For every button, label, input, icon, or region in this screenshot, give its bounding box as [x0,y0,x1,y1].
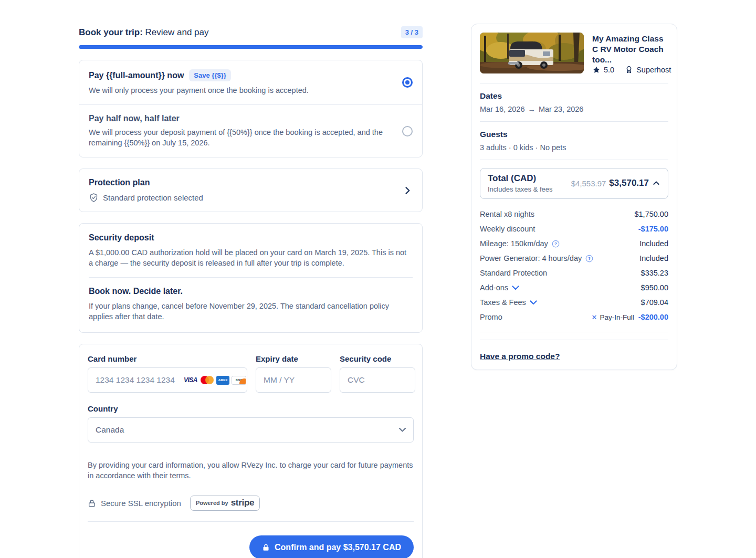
listing-row: My Amazing Class C RV Motor Coach too...… [480,33,668,75]
pay-half-radio[interactable] [402,126,413,136]
pay-full-description: We will only process your payment once t… [89,85,395,96]
pay-full-option[interactable]: Pay {{full-amount}} now Save {{$}} We wi… [79,60,422,104]
total-toggle[interactable]: Total (CAD) Includes taxes & fees $4,553… [480,168,668,199]
divider [480,332,668,332]
dates-section: Dates Mar 16, 2026→Mar 23, 2026 [480,91,668,113]
security-deposit-description: A $1,000.00 CAD authorization hold will … [89,247,413,268]
total-original-price: $4,553.97 [571,179,606,188]
ssl-text: Secure SSL encryption [101,499,181,508]
listing-title: My Amazing Class C RV Motor Coach too... [592,34,671,65]
breakdown-label: Power Generator: 4 hours/day [480,254,582,262]
price-breakdown: Rental x8 nights $1,750.00 Weekly discou… [480,207,668,324]
breakdown-value: $335.23 [641,269,668,277]
mastercard-icon [200,375,214,385]
breakdown-label: Add-ons [480,283,508,292]
remove-promo-icon[interactable]: ✕ [592,313,597,321]
ssl-row: Secure SSL encryption Powered by stripe [88,496,414,511]
cvc-fieldbox [340,367,415,393]
breakdown-value: -$175.00 [638,225,668,233]
listing-meta: 5.0 Superhost [592,65,671,74]
breakdown-value: $709.04 [641,298,668,307]
svg-text:?: ? [554,241,557,246]
breakdown-value: $1,750.00 [634,210,668,218]
card-brand-icons: VISA AMEX DISC [184,375,246,385]
summary-card: My Amazing Class C RV Motor Coach too...… [471,24,677,370]
breakdown-row-protection: Standard Protection $335.23 [480,266,668,280]
card-number-input[interactable] [96,375,184,385]
progress-bar [79,45,423,49]
breakdown-value: Included [639,254,668,262]
country-select[interactable]: Canada [88,417,414,443]
confirm-and-pay-button[interactable]: Confirm and pay $3,570.17 CAD [249,535,414,558]
card-number-group: Card number VISA AMEX DISC [88,354,247,393]
chevron-down-icon [399,428,406,432]
pay-full-title: Pay {{full-amount}} now [89,71,184,80]
protection-text: Protection plan Standard protection sele… [89,178,402,203]
lock-icon [262,543,270,552]
pay-half-title: Pay half now, half later [89,114,180,123]
expiry-label: Expiry date [256,354,331,363]
lock-icon [88,499,96,508]
card-number-label: Card number [88,354,247,363]
book-now-description: If your plans change, cancel before Nove… [89,301,413,322]
date-start: Mar 16, 2026 [480,105,524,113]
divider [480,340,668,340]
help-icon[interactable]: ? [552,240,560,248]
page-title: Book your trip: Review and pay [79,27,209,38]
listing-photo [480,33,584,73]
cvc-group: Security code [340,354,415,393]
promo-code-name: Pay-In-Full [600,313,634,321]
breakdown-value: Included [639,239,668,248]
breakdown-row-weekly-discount: Weekly discount -$175.00 [480,222,668,236]
page-title-bold: Book your trip: [79,27,143,37]
checkout-main: Book your trip: Review and pay 3 / 3 Pay… [79,26,423,558]
chevron-up-icon [652,179,660,187]
expand-chevron-icon[interactable] [530,300,537,305]
checkout-page: Book your trip: Review and pay 3 / 3 Pay… [0,0,756,558]
cvc-input[interactable] [348,375,407,385]
country-label: Country [88,404,414,413]
divider [480,160,668,160]
card-number-fieldbox: VISA AMEX DISC [88,367,247,393]
protection-plan-card[interactable]: Protection plan Standard protection sele… [79,169,423,212]
visa-icon: VISA [184,376,197,384]
total-amount: $3,570.17 [609,178,649,188]
country-group: Country Canada [88,404,414,443]
confirm-button-label: Confirm and pay $3,570.17 CAD [275,543,401,552]
pay-full-radio[interactable] [402,77,413,88]
promo-code-link[interactable]: Have a promo code? [480,352,560,361]
protection-status-text: Standard protection selected [103,193,203,202]
total-label: Total (CAD) [488,173,553,184]
breakdown-label: Mileage: 150km/day [480,239,548,248]
promo-code-chip[interactable]: ✕ Pay-In-Full [592,313,634,321]
stripe-badge: Powered by stripe [190,496,260,511]
country-value: Canada [96,425,124,435]
breakdown-label: Standard Protection [480,269,547,277]
pay-half-option[interactable]: Pay half now, half later We will process… [79,104,422,157]
step-badge: 3 / 3 [401,26,423,38]
payment-options-card: Pay {{full-amount}} now Save {{$}} We wi… [79,60,423,157]
help-icon[interactable]: ? [585,255,593,262]
stripe-disclaimer: By providing your card information, you … [88,460,414,481]
date-end: Mar 23, 2026 [539,105,583,113]
divider [89,277,413,278]
stripe-powered-by: Powered by [196,500,228,506]
divider [480,121,668,122]
expiry-input[interactable] [264,375,323,385]
security-deposit-card: Security deposit A $1,000.00 CAD authori… [79,223,423,333]
booking-summary: My Amazing Class C RV Motor Coach too...… [471,24,677,370]
breakdown-row-generator: Power Generator: 4 hours/day ? Included [480,251,668,266]
breakdown-row-addons: Add-ons $950.00 [480,280,668,295]
arrow-right-icon: → [524,105,539,113]
breakdown-label: Taxes & Fees [480,298,526,307]
discover-icon: DISC [232,376,246,385]
listing-info: My Amazing Class C RV Motor Coach too...… [592,33,671,75]
breakdown-label: Weekly discount [480,225,535,233]
guests-label: Guests [480,130,668,139]
dates-value: Mar 16, 2026→Mar 23, 2026 [480,105,668,113]
breakdown-row-rental: Rental x8 nights $1,750.00 [480,207,668,222]
book-now-title: Book now. Decide later. [89,287,413,296]
expand-chevron-icon[interactable] [512,286,519,290]
chevron-right-icon [402,185,413,196]
total-subtext: Includes taxes & fees [488,185,553,193]
